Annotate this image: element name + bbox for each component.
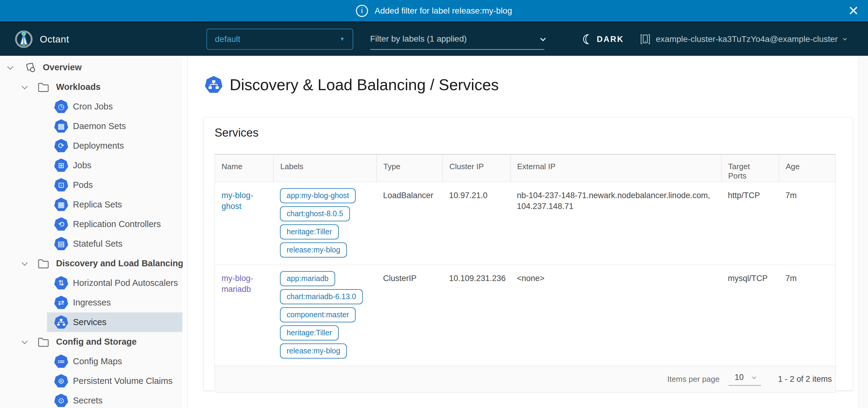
chevron-down-icon[interactable] [22,260,28,266]
sidebar-item-horizontal-pod-autoscalers[interactable]: ⇅ Horizontal Pod Autoscalers [0,273,187,293]
pods-icon: ⊡ [54,178,68,192]
sidebar-item-discovery-load-balancing[interactable]: Discovery and Load Balancing [0,254,187,273]
cell-external-ip: nb-104-237-148-71.newark.nodebalancer.li… [510,182,721,265]
sidebar-item-label: Config and Storage [56,337,136,347]
icon-glyph: ▤ [58,239,65,248]
sidebar-item-label: Deployments [73,141,124,151]
sidebar-item-daemon-sets[interactable]: ▩ Daemon Sets [0,116,187,136]
sidebar-item-jobs[interactable]: ⊞ Jobs [0,155,187,175]
sidebar-item-stateful-sets[interactable]: ▤ Stateful Sets [0,234,187,254]
cell-name: my-blog-mariadb [215,265,273,366]
sidebar-item-workloads[interactable]: Workloads [0,77,187,97]
cell-cluster-ip: 10.97.21.0 [442,182,510,265]
service-link[interactable]: my-blog-mariadb [221,274,253,294]
sidebar-item-label: Replica Sets [73,200,122,210]
stateful-sets-icon: ▤ [54,237,68,251]
icon-glyph: ⇅ [58,279,64,287]
sidebar-item-pods[interactable]: ⊡ Pods [0,175,187,195]
cell-type: LoadBalancer [376,182,442,265]
cluster-selector[interactable]: example-cluster-ka3TuTzYo4a@example-clus… [640,23,845,56]
sidebar-item-cron-jobs[interactable]: ◷ Cron Jobs [0,97,187,116]
label-pill[interactable]: app:mariadb [280,271,335,286]
banner-message: Added filter for label release:my-blog [375,6,512,16]
label-pill[interactable]: chart:mariadb-6.13.0 [280,289,363,304]
sidebar-item-label: Config Maps [73,356,122,367]
label-pill[interactable]: component:master [280,307,355,322]
sidebar-item-label: Pods [73,180,93,190]
sidebar-item-label: Secrets [73,396,102,406]
main-scrollbar[interactable] [858,56,868,408]
service-link[interactable]: my-blog-ghost [221,191,253,211]
label-filter-input[interactable]: Filter by labels (1 applied) [370,29,544,50]
daemon-sets-icon: ▩ [54,119,68,133]
close-icon[interactable]: ✕ [848,4,859,18]
sidebar-item-label: Discovery and Load Balancing [56,258,183,268]
namespace-select[interactable]: default ▼ [207,29,353,50]
moon-icon [581,34,592,45]
label-pill[interactable]: release:my-blog [280,242,347,258]
items-per-page-label: Items per page [667,375,719,384]
label-pill[interactable]: heritage:Tiller [280,224,339,239]
namespace-selected-value: default [215,34,340,44]
icon-glyph: ⊞ [58,161,64,170]
cluster-name: example-cluster-ka3TuTzYo4a@example-clus… [656,34,838,44]
icon-glyph: ◷ [58,102,64,111]
label-filter-text: Filter by labels (1 applied) [370,34,540,44]
column-header-target-ports: Target Ports [721,155,779,182]
jobs-icon: ⊞ [54,158,68,173]
column-header-age: Age [779,155,835,182]
sidebar-item-ingresses[interactable]: ⇄ Ingresses [0,293,187,313]
sidebar-item-label: Workloads [56,82,101,92]
theme-toggle-label: DARK [597,35,624,44]
ingresses-icon: ⇄ [54,296,68,310]
sidebar-item-overview[interactable]: Overview [0,58,187,77]
sidebar-item-config-and-storage[interactable]: Config and Storage [0,332,187,352]
app-title: Octant [40,34,69,45]
chevron-down-icon[interactable] [22,338,28,344]
theme-toggle-button[interactable]: DARK [581,23,624,56]
icon-glyph: ⟲ [58,220,64,229]
column-header-labels: Labels [273,155,376,182]
card-title: Services [215,126,853,139]
sidebar-item-label: Daemon Sets [73,121,126,131]
cell-labels: app:mariadb chart:mariadb-6.13.0 compone… [273,265,376,366]
column-header-type: Type [376,155,442,182]
sidebar-item-deployments[interactable]: ⟳ Deployments [0,136,187,155]
secrets-icon: ⊙ [54,394,68,408]
pagination-range: 1 - 2 of 2 items [778,375,832,384]
sidebar-item-label: Stateful Sets [73,239,122,249]
page-size-select[interactable]: 10 [728,373,761,386]
sidebar-item-label: Overview [43,62,82,72]
column-header-name: Name [215,155,273,182]
table-header-row: Name Labels Type Cluster IP External IP … [215,155,835,182]
column-header-external-ip: External IP [510,155,721,182]
label-pill[interactable]: chart:ghost-8.0.5 [280,206,350,221]
services-icon [54,315,68,329]
sidebar-scrollbar[interactable] [183,56,187,408]
cron-jobs-icon: ◷ [54,100,68,114]
cell-labels: app:my-blog-ghost chart:ghost-8.0.5 heri… [273,182,376,265]
label-pill[interactable]: release:my-blog [280,344,347,358]
sidebar-item-secrets[interactable]: ⊙ Secrets [0,391,187,408]
sidebar-item-persistent-volume-claims[interactable]: ⊜ Persistent Volume Claims [0,371,187,391]
services-card: Services Name Labels Type Cluster IP Ext… [203,117,853,391]
label-pill[interactable]: heritage:Tiller [280,325,339,341]
sidebar-item-services[interactable]: Services [0,313,187,332]
column-header-cluster-ip: Cluster IP [442,155,510,182]
icon-glyph: ⊙ [58,396,64,405]
cell-target-ports: mysql/TCP [721,265,779,366]
chevron-down-icon [540,36,546,41]
info-icon: i [356,5,368,17]
sidebar-item-config-maps[interactable]: ≔ Config Maps [0,352,187,371]
cell-age: 7m [779,265,835,366]
chevron-down-icon[interactable] [22,83,28,89]
cell-age: 7m [779,182,835,265]
label-pill[interactable]: app:my-blog-ghost [280,188,355,203]
sidebar-item-replica-sets[interactable]: ▦ Replica Sets [0,195,187,214]
caret-down-icon: ▼ [340,36,345,42]
sidebar-item-replication-controllers[interactable]: ⟲ Replication Controllers [0,214,187,234]
chevron-down-icon[interactable] [7,64,13,70]
cell-target-ports: http/TCP [721,182,779,265]
sidebar-item-label: Persistent Volume Claims [73,376,173,386]
sidebar-item-label: Horizontal Pod Autoscalers [73,278,178,288]
